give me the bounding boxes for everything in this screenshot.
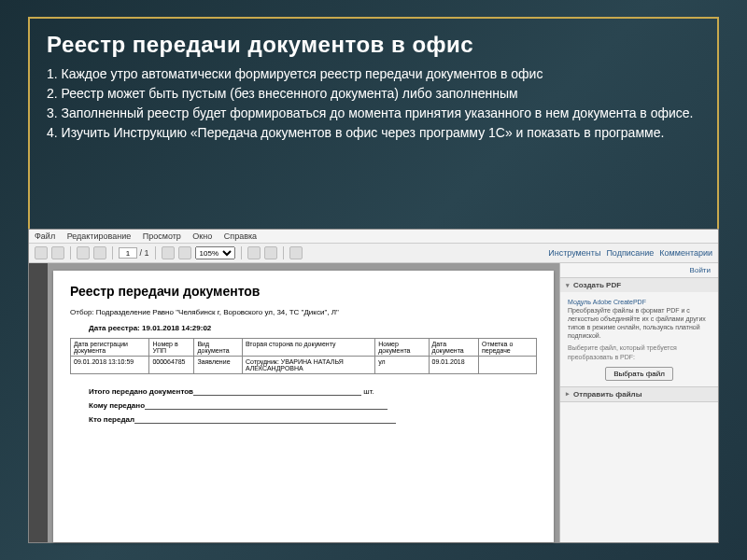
zoom-select[interactable]: 105% — [195, 246, 235, 259]
slide-p2: 2. Реестр может быть пустым (без внесенн… — [47, 85, 700, 103]
slide-title: Реестр передачи документов в офис — [47, 32, 700, 58]
table-row: 09.01.2018 13:10:59 000064785 Заявление … — [71, 357, 537, 374]
doc-title: Реестр передачи документов — [70, 284, 537, 299]
login-link[interactable]: Войти — [560, 263, 718, 278]
slide-p3: 3. Заполненный реестр будет формироватьс… — [47, 105, 700, 122]
th-mark: Отметка о передаче — [479, 339, 537, 357]
page-current-input[interactable] — [119, 247, 137, 259]
separator — [283, 246, 284, 259]
section-create-pdf[interactable]: Создать PDF — [560, 278, 718, 292]
th-docnum: Номер документа — [375, 339, 429, 357]
separator — [241, 246, 242, 259]
separator — [155, 246, 156, 259]
save-icon[interactable] — [51, 246, 64, 259]
who-line: Кто передал — [89, 415, 537, 424]
select-file-button[interactable]: Выбрать файл — [605, 367, 673, 381]
mail-icon[interactable] — [93, 246, 106, 259]
doc-date: Дата реестра: 19.01.2018 14:29:02 — [89, 324, 537, 332]
open-icon[interactable] — [35, 246, 48, 259]
th-party: Вторая сторона по документу — [242, 339, 374, 357]
section-send-files[interactable]: Отправить файлы — [560, 387, 718, 401]
zoom-out-icon[interactable] — [162, 246, 175, 259]
page-indicator: / 1 — [119, 247, 149, 259]
to-whom-line: Кому передано — [89, 401, 537, 410]
th-regdate: Дата регистрации документа — [71, 339, 149, 357]
side-panel: Войти Создать PDF Модуль Adobe CreatePDF… — [559, 263, 718, 542]
slide-p1: 1. Каждое утро автоматически формируется… — [47, 65, 700, 83]
comment-icon[interactable] — [289, 246, 303, 259]
th-type: Вид документа — [194, 339, 243, 357]
menu-help[interactable]: Справка — [224, 231, 257, 241]
table-header-row: Дата регистрации документа Номер в УПП В… — [71, 339, 537, 357]
registry-table: Дата регистрации документа Номер в УПП В… — [70, 338, 537, 374]
slide-p4: 4. Изучить Инструкцию «Передача документ… — [47, 124, 700, 142]
total-line: Итого передано документов шт. — [89, 387, 537, 396]
tab-comments[interactable]: Комментарии — [659, 248, 712, 258]
slide-body: 1. Каждое утро автоматически формируется… — [47, 65, 700, 142]
module-desc: Преобразуйте файлы в формат PDF и с легк… — [568, 306, 711, 340]
page-total: 1 — [145, 248, 149, 258]
pdf-viewer-window: Файл Редактирование Просмотр Окно Справк… — [28, 229, 719, 543]
menubar: Файл Редактирование Просмотр Окно Справк… — [29, 230, 718, 244]
zoom-in-icon[interactable] — [178, 246, 191, 259]
module-link[interactable]: Модуль Adobe CreatePDF — [568, 298, 711, 306]
select-hint: Выберите файл, который требуется преобра… — [568, 343, 711, 360]
tool-icon[interactable] — [247, 246, 261, 259]
th-upp: Номер в УПП — [149, 339, 194, 357]
doc-filter: Отбор: Подразделение Равно "Челябинск г,… — [70, 308, 537, 316]
hand-icon[interactable] — [264, 246, 277, 259]
menu-edit[interactable]: Редактирование — [67, 231, 132, 241]
page-sep: / — [140, 248, 143, 258]
document-page: Реестр передачи документов Отбор: Подраз… — [53, 271, 554, 542]
separator — [112, 246, 113, 259]
print-icon[interactable] — [77, 246, 90, 259]
nav-pane[interactable] — [29, 263, 48, 542]
menu-window[interactable]: Окно — [192, 231, 212, 241]
tab-sign[interactable]: Подписание — [606, 248, 654, 258]
menu-view[interactable]: Просмотр — [143, 231, 181, 241]
menu-file[interactable]: Файл — [35, 231, 55, 241]
separator — [70, 246, 71, 259]
tab-tools[interactable]: Инструменты — [548, 248, 600, 258]
toolbar: / 1 105% Инструменты Подписание Коммента… — [29, 244, 718, 263]
th-docdate: Дата документа — [429, 339, 478, 357]
